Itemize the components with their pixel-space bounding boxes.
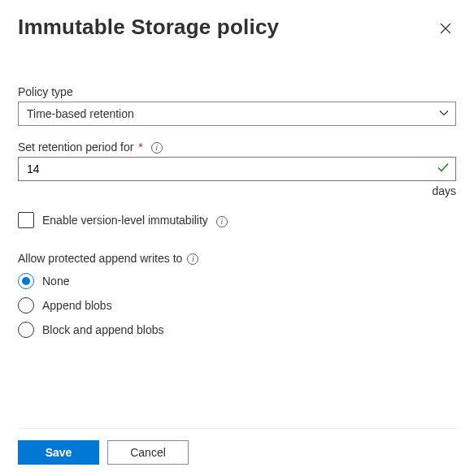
append-writes-label-row: Allow protected append writes to i (18, 251, 456, 265)
retention-period-field: Set retention period for * i days (18, 141, 456, 197)
append-writes-option-none[interactable]: None (18, 273, 456, 289)
policy-type-field: Policy type Time-based retention (18, 85, 456, 126)
retention-period-label-text: Set retention period for (18, 141, 133, 154)
radio-block-append[interactable] (18, 322, 34, 338)
radio-none[interactable] (18, 273, 34, 289)
policy-type-selected-value: Time-based retention (27, 107, 134, 120)
panel-header: Immutable Storage policy (18, 15, 456, 40)
retention-period-info[interactable]: i (151, 142, 163, 154)
info-icon: i (151, 142, 163, 154)
panel-body: Policy type Time-based retention Set ret… (18, 85, 456, 346)
cancel-button[interactable]: Cancel (107, 440, 189, 465)
panel-title: Immutable Storage policy (18, 15, 279, 40)
append-writes-info[interactable]: i (187, 251, 198, 265)
retention-period-input[interactable] (18, 157, 456, 181)
radio-block-append-label: Block and append blobs (42, 323, 163, 336)
radio-none-label: None (42, 275, 69, 288)
policy-type-select-box[interactable]: Time-based retention (18, 102, 456, 126)
version-level-checkbox[interactable] (18, 212, 34, 228)
required-marker: * (138, 141, 142, 154)
version-level-label: Enable version-level immutability (42, 214, 208, 227)
append-writes-label: Allow protected append writes to (18, 252, 182, 265)
radio-append-label: Append blobs (42, 299, 112, 312)
checkmark-icon (437, 162, 450, 177)
append-writes-radio-group: None Append blobs Block and append blobs (18, 273, 456, 338)
append-writes-option-block-append[interactable]: Block and append blobs (18, 322, 456, 338)
append-writes-option-append[interactable]: Append blobs (18, 297, 456, 314)
panel-footer: Save Cancel (18, 428, 456, 476)
policy-type-select[interactable]: Time-based retention (18, 102, 456, 126)
spacer (18, 346, 456, 428)
retention-period-input-wrap (18, 157, 456, 181)
version-level-row[interactable]: Enable version-level immutability i (18, 212, 456, 228)
version-level-info[interactable]: i (216, 214, 228, 227)
close-button[interactable] (435, 18, 456, 39)
retention-period-label: Set retention period for * i (18, 141, 456, 154)
info-icon: i (216, 216, 228, 227)
radio-append[interactable] (18, 297, 34, 314)
close-icon (440, 23, 451, 34)
policy-type-label: Policy type (18, 85, 456, 98)
immutable-storage-policy-panel: Immutable Storage policy Policy type Tim… (0, 0, 474, 476)
info-icon: i (187, 253, 198, 265)
retention-period-unit: days (18, 184, 456, 197)
save-button[interactable]: Save (18, 440, 99, 465)
